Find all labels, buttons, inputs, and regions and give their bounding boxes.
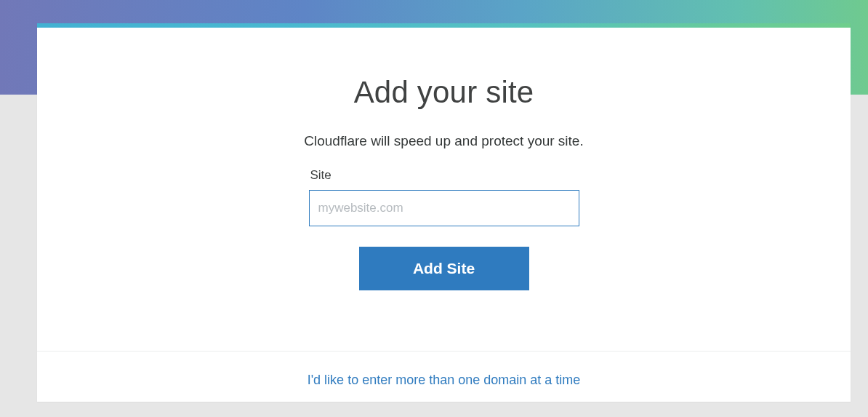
multiple-domains-link[interactable]: I'd like to enter more than one domain a… xyxy=(37,373,851,388)
add-site-card: Add your site Cloudflare will speed up a… xyxy=(37,23,851,402)
add-site-button[interactable]: Add Site xyxy=(359,247,529,290)
site-field-label: Site xyxy=(310,168,331,183)
page-title: Add your site xyxy=(354,75,534,110)
divider xyxy=(37,351,851,352)
card-content: Add your site Cloudflare will speed up a… xyxy=(37,28,851,290)
site-field-wrap: Site xyxy=(309,168,579,226)
site-input[interactable] xyxy=(309,190,579,226)
page-subtitle: Cloudflare will speed up and protect you… xyxy=(304,133,583,149)
